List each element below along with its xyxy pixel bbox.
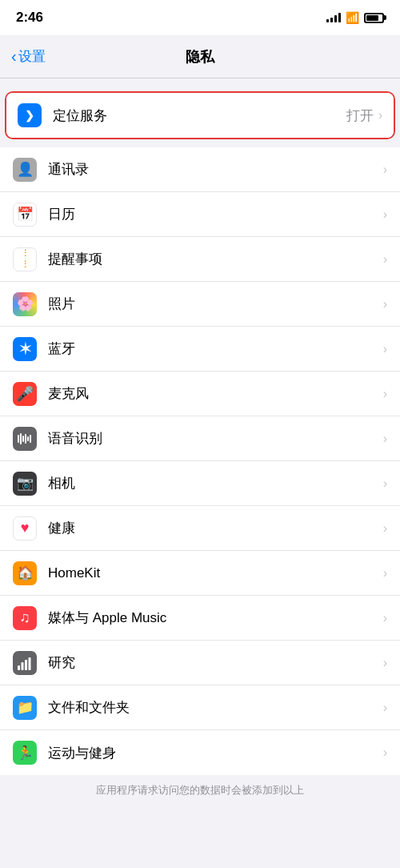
speech-chevron-icon: › — [383, 432, 387, 446]
calendar-icon: 📅 — [13, 203, 37, 227]
contacts-icon: 👤 — [13, 158, 37, 182]
back-label: 设置 — [18, 47, 46, 66]
svg-rect-3 — [25, 434, 26, 444]
camera-label: 相机 — [48, 474, 383, 492]
homekit-icon: 🏠 — [13, 561, 37, 585]
status-time: 2:46 — [16, 10, 43, 26]
back-chevron-icon: ‹ — [11, 47, 17, 66]
settings-section-main: 👤 通讯录 › 📅 日历 › ⋮⋮ 提醒事项 › 🌸 照片 › — [0, 147, 400, 775]
back-button[interactable]: ‹ 设置 — [11, 47, 46, 66]
settings-item-microphone[interactable]: 🎤 麦克风 › — [0, 372, 400, 416]
location-label: 定位服务 — [53, 106, 346, 125]
bluetooth-chevron-icon: › — [383, 342, 387, 356]
settings-item-files[interactable]: 📁 文件和文件夹 › — [0, 685, 400, 730]
bottom-description: 应用程序请求访问您的数据时会被添加到以上 — [0, 775, 400, 806]
svg-rect-9 — [29, 657, 31, 670]
speech-icon — [13, 427, 37, 451]
reminders-icon: ⋮⋮ — [13, 247, 37, 271]
calendar-label: 日历 — [48, 205, 383, 223]
homekit-chevron-icon: › — [383, 566, 387, 581]
speech-label: 语音识别 — [48, 429, 383, 448]
location-icon: ❯ — [18, 103, 42, 127]
bluetooth-icon: ✶ — [13, 337, 37, 361]
homekit-label: HomeKit — [48, 565, 383, 581]
battery-icon — [364, 13, 384, 23]
contacts-label: 通讯录 — [48, 160, 383, 179]
health-label: 健康 — [48, 519, 383, 537]
microphone-icon: 🎤 — [13, 382, 37, 406]
camera-icon: 📷 — [13, 472, 37, 496]
research-icon — [13, 651, 37, 675]
health-icon: ♥ — [13, 516, 37, 540]
settings-item-location[interactable]: ❯ 定位服务 打开 › — [6, 93, 394, 138]
svg-rect-4 — [27, 436, 29, 441]
microphone-label: 麦克风 — [48, 384, 383, 403]
nav-bar: ‹ 设置 隐私 — [0, 35, 400, 78]
fitness-label: 运动与健身 — [48, 744, 383, 762]
fitness-chevron-icon: › — [383, 745, 387, 760]
signal-icon — [326, 13, 341, 22]
files-label: 文件和文件夹 — [48, 698, 383, 717]
microphone-chevron-icon: › — [383, 387, 387, 401]
svg-rect-1 — [20, 433, 22, 444]
bluetooth-label: 蓝牙 — [48, 340, 383, 358]
settings-item-reminders[interactable]: ⋮⋮ 提醒事项 › — [0, 237, 400, 282]
settings-item-research[interactable]: 研究 › — [0, 641, 400, 685]
photos-icon: 🌸 — [13, 292, 37, 316]
settings-item-health[interactable]: ♥ 健康 › — [0, 506, 400, 551]
location-value: 打开 — [346, 106, 374, 125]
camera-chevron-icon: › — [383, 476, 387, 491]
media-chevron-icon: › — [383, 611, 387, 625]
contacts-chevron-icon: › — [383, 163, 387, 177]
photos-chevron-icon: › — [383, 297, 387, 311]
calendar-chevron-icon: › — [383, 207, 387, 222]
media-label: 媒体与 Apple Music — [48, 609, 383, 627]
settings-list: ❯ 定位服务 打开 › 👤 通讯录 › 📅 日历 › ⋮⋮ 提醒事项 › — [0, 78, 400, 806]
page-title: 隐私 — [186, 47, 214, 66]
wifi-icon: 📶 — [346, 11, 359, 24]
research-label: 研究 — [48, 653, 383, 672]
svg-rect-7 — [22, 662, 24, 670]
status-icons: 📶 — [326, 11, 384, 24]
settings-item-bluetooth[interactable]: ✶ 蓝牙 › — [0, 327, 400, 372]
fitness-icon: 🏃 — [13, 741, 37, 765]
settings-item-photos[interactable]: 🌸 照片 › — [0, 282, 400, 327]
settings-item-homekit[interactable]: 🏠 HomeKit › — [0, 551, 400, 596]
settings-item-camera[interactable]: 📷 相机 › — [0, 461, 400, 506]
reminders-label: 提醒事项 — [48, 250, 383, 268]
settings-item-contacts[interactable]: 👤 通讯录 › — [0, 147, 400, 192]
settings-item-calendar[interactable]: 📅 日历 › — [0, 192, 400, 237]
research-chevron-icon: › — [383, 656, 387, 670]
location-chevron-icon: › — [378, 108, 382, 123]
location-highlighted-wrapper: ❯ 定位服务 打开 › — [5, 91, 395, 139]
files-icon: 📁 — [13, 696, 37, 720]
svg-rect-8 — [25, 660, 27, 670]
svg-rect-5 — [30, 435, 31, 443]
health-chevron-icon: › — [383, 521, 387, 536]
status-bar: 2:46 📶 — [0, 0, 400, 35]
svg-rect-6 — [18, 665, 20, 670]
settings-item-speech[interactable]: 语音识别 › — [0, 416, 400, 461]
svg-rect-0 — [18, 435, 19, 443]
files-chevron-icon: › — [383, 701, 387, 715]
photos-label: 照片 — [48, 295, 383, 313]
settings-item-media[interactable]: ♫ 媒体与 Apple Music › — [0, 596, 400, 641]
media-icon: ♫ — [13, 606, 37, 630]
svg-rect-2 — [22, 436, 24, 442]
settings-item-fitness[interactable]: 🏃 运动与健身 › — [0, 730, 400, 775]
reminders-chevron-icon: › — [383, 252, 387, 267]
